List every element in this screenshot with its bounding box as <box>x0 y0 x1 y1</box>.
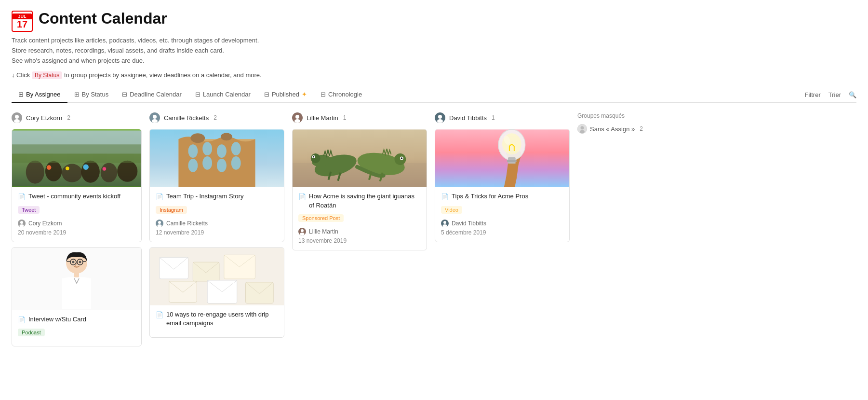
person-illustration <box>12 248 141 310</box>
column-name-cory: Cory Etzkorn <box>26 114 62 122</box>
card-body-email: 📄 10 ways to re-engage users with drip e… <box>150 305 284 337</box>
card-date-1: 20 novembre 2019 <box>18 229 135 236</box>
column-header-camille: Camille Ricketts 2 <box>149 112 284 123</box>
svg-point-2 <box>14 119 20 123</box>
svg-point-10 <box>117 161 137 182</box>
svg-point-35 <box>217 145 227 158</box>
doc-icon-4: 📄 <box>156 311 163 319</box>
svg-point-20 <box>72 261 75 263</box>
card-interview-stu[interactable]: 📄 Interview w/Stu Card Podcast <box>12 247 142 346</box>
column-name-david: David Tibbitts <box>449 114 487 122</box>
calendar-icon: JUL 17 <box>12 11 33 32</box>
svg-point-29 <box>153 115 157 119</box>
tab-deadline-calendar[interactable]: ⊟ Deadline Calendar <box>115 87 188 103</box>
svg-rect-47 <box>160 257 188 279</box>
svg-point-17 <box>20 221 23 224</box>
tab-chronologie[interactable]: ⊟ Chronologie <box>314 87 369 103</box>
tab-icon-by-status: ⊞ <box>74 91 80 98</box>
search-icon[interactable]: 🔍 <box>849 91 856 98</box>
doc-icon-5: 📄 <box>298 193 306 201</box>
tab-icon-by-assignee: ⊞ <box>18 91 24 98</box>
card-tweet-kickoff[interactable]: 📄 Tweet - community events kickoff Tweet… <box>12 129 142 242</box>
card-body-tweet-kickoff: 📄 Tweet - community events kickoff Tweet… <box>12 187 141 241</box>
svg-point-30 <box>152 119 158 123</box>
svg-point-1 <box>15 115 19 119</box>
svg-point-73 <box>300 233 305 235</box>
card-date-6: 5 décembre 2019 <box>441 229 563 236</box>
card-title-email: 📄 10 ways to re-engage users with drip e… <box>156 310 278 328</box>
tag-instagram: Instagram <box>156 206 187 214</box>
tag-video: Video <box>441 206 462 214</box>
svg-point-21 <box>79 261 81 263</box>
card-title-iguanas: 📄 How Acme is saving the giant iguanas o… <box>298 192 421 209</box>
svg-point-40 <box>231 156 241 170</box>
svg-point-18 <box>20 224 24 227</box>
svg-point-15 <box>103 167 107 171</box>
svg-point-75 <box>438 115 442 119</box>
tab-label-by-status: By Status <box>82 91 109 98</box>
svg-point-89 <box>581 126 584 130</box>
card-tips-tricks[interactable]: 📄 Tips & Tricks for Acme Pros Video Davi… <box>435 129 570 242</box>
svg-rect-82 <box>507 160 517 162</box>
svg-point-45 <box>158 224 162 227</box>
sans-assign-count: 2 <box>640 125 643 132</box>
tab-by-status[interactable]: ⊞ By Status <box>67 87 116 103</box>
card-meta-cory: Cory Etzkorn <box>18 220 135 227</box>
tab-launch-calendar[interactable]: ⊟ Launch Calendar <box>188 87 257 103</box>
sans-assign-label: Sans « Assign » <box>590 125 635 133</box>
svg-point-5 <box>26 161 44 184</box>
svg-point-14 <box>83 165 88 170</box>
svg-point-44 <box>158 221 161 224</box>
tag-tweet: Tweet <box>18 206 40 214</box>
filter-button[interactable]: Filtrer <box>805 91 821 98</box>
avatar-david <box>435 112 445 123</box>
card-email-campaigns[interactable]: 📄 10 ways to re-engage users with drip e… <box>149 247 284 338</box>
hidden-group-sans-assign[interactable]: Sans « Assign » 2 <box>577 124 674 134</box>
svg-point-7 <box>62 164 82 182</box>
avatar-cory-small <box>18 220 26 227</box>
card-date-5: 13 novembre 2019 <box>298 237 421 244</box>
svg-point-39 <box>217 159 227 172</box>
avatar-lillie-small <box>298 228 306 235</box>
column-name-camille: Camille Ricketts <box>164 114 209 122</box>
svg-point-86 <box>443 221 446 224</box>
svg-point-9 <box>101 163 117 182</box>
sort-button[interactable]: Trier <box>828 91 841 98</box>
hidden-groups-label: Groupes masqués <box>577 112 674 119</box>
doc-icon: 📄 <box>18 193 26 201</box>
svg-point-38 <box>202 156 212 170</box>
column-count-lillie: 1 <box>343 114 347 121</box>
svg-point-8 <box>81 161 100 183</box>
doc-icon-3: 📄 <box>156 193 163 201</box>
card-title-tweet-kickoff: 📄 Tweet - community events kickoff <box>18 192 135 201</box>
column-header-lillie: Lillie Martin 1 <box>292 112 427 123</box>
column-name-lillie: Lillie Martin <box>307 114 338 122</box>
svg-point-6 <box>45 161 62 181</box>
card-title-tips: 📄 Tips & Tricks for Acme Pros <box>441 192 563 201</box>
svg-point-60 <box>311 153 320 163</box>
svg-point-66 <box>401 158 403 160</box>
published-star-icon: ✦ <box>302 91 307 98</box>
tab-actions: Filtrer Trier 🔍 <box>805 91 856 98</box>
tab-published[interactable]: ⊟ Published ✦ <box>257 87 314 103</box>
hint-badge[interactable]: By Status <box>32 71 62 79</box>
svg-point-41 <box>190 134 205 143</box>
svg-point-33 <box>188 145 198 158</box>
svg-point-36 <box>231 142 241 156</box>
card-instagram-story[interactable]: 📄 Team Trip - Instagram Story Instagram … <box>149 129 284 242</box>
svg-point-72 <box>301 229 304 232</box>
card-body-instagram: 📄 Team Trip - Instagram Story Instagram … <box>150 187 284 241</box>
tag-sponsored: Sponsored Post <box>298 214 344 222</box>
card-iguanas[interactable]: 📄 How Acme is saving the giant iguanas o… <box>292 129 427 250</box>
svg-point-37 <box>188 159 198 172</box>
tab-by-assignee[interactable]: ⊞ By Assignee <box>12 87 67 103</box>
avatar-lillie <box>292 112 303 123</box>
avatar-camille-small <box>156 220 163 227</box>
tab-label-deadline: Deadline Calendar <box>130 91 182 98</box>
tab-icon-deadline: ⊟ <box>122 91 127 98</box>
column-lillie: Lillie Martin 1 <box>292 112 427 255</box>
svg-point-13 <box>66 167 69 171</box>
svg-point-62 <box>313 156 314 158</box>
card-title-instagram: 📄 Team Trip - Instagram Story <box>156 192 278 201</box>
tab-label-chronologie: Chronologie <box>328 91 362 98</box>
